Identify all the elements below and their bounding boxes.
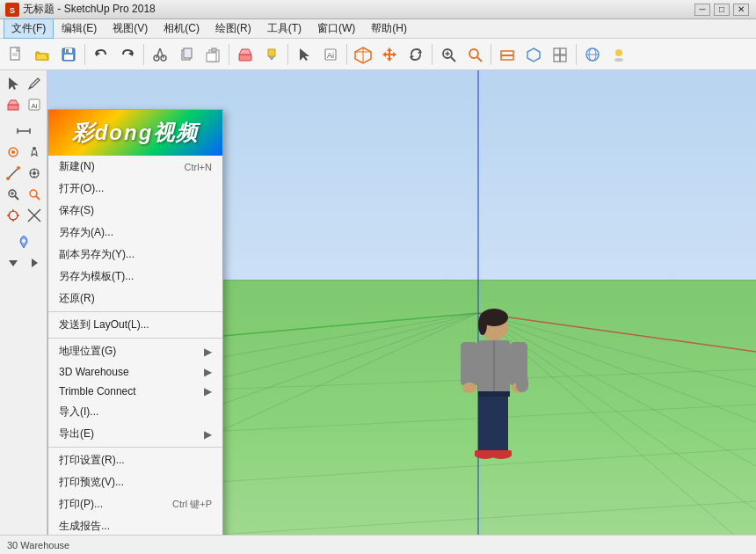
lt-rocket[interactable] bbox=[4, 232, 43, 251]
lt-lookaround[interactable] bbox=[25, 164, 44, 183]
watermark-logo: 彩dong视频 bbox=[72, 119, 200, 147]
menu-save[interactable]: 保存(S) bbox=[48, 200, 222, 222]
svg-rect-108 bbox=[461, 342, 478, 386]
lt-crosshair2[interactable] bbox=[25, 206, 44, 225]
menu-savetemplate[interactable]: 另存为模板(T)... bbox=[48, 266, 222, 288]
lt-arrow-down[interactable] bbox=[4, 253, 23, 273]
lt-pair-3 bbox=[4, 142, 44, 162]
svg-line-37 bbox=[477, 57, 482, 62]
status-bar: 30 Warehouse bbox=[0, 535, 756, 554]
lt-arrow-right[interactable] bbox=[25, 253, 44, 273]
tb-copy[interactable] bbox=[174, 42, 199, 67]
menu-saveas[interactable]: 另存为(A)... bbox=[48, 222, 222, 244]
sep-3 bbox=[48, 447, 222, 448]
menu-view[interactable]: 视图(V) bbox=[105, 18, 156, 39]
lt-crosshair[interactable] bbox=[4, 206, 23, 225]
svg-rect-8 bbox=[64, 55, 73, 60]
menu-bar: 文件(F) 编辑(E) 视图(V) 相机(C) 绘图(R) 工具(T) 窗口(W… bbox=[0, 19, 756, 39]
svg-marker-50 bbox=[9, 77, 18, 90]
lt-tape[interactable] bbox=[4, 121, 43, 141]
tb-cut[interactable] bbox=[148, 42, 172, 67]
menu-import[interactable]: 导入(I)... bbox=[48, 401, 222, 423]
tb-3d[interactable] bbox=[351, 42, 375, 67]
tb-geo[interactable] bbox=[580, 42, 605, 67]
svg-rect-7 bbox=[66, 49, 69, 53]
tb-component[interactable] bbox=[521, 42, 546, 67]
svg-point-36 bbox=[469, 49, 478, 58]
tb-paint[interactable] bbox=[259, 42, 284, 67]
menu-camera[interactable]: 相机(C) bbox=[156, 18, 207, 39]
lt-pair-7 bbox=[4, 253, 44, 273]
menu-window[interactable]: 窗口(W) bbox=[309, 18, 363, 39]
tb-zoomext[interactable] bbox=[462, 42, 487, 67]
menu-report[interactable]: 生成报告... bbox=[48, 515, 222, 535]
menu-help[interactable]: 帮助(H) bbox=[363, 18, 415, 39]
lt-pair-1 bbox=[4, 74, 44, 93]
menu-edit[interactable]: 编辑(E) bbox=[54, 18, 105, 39]
menu-print[interactable]: 打印(P)... Ctrl 键+P bbox=[48, 493, 222, 515]
menu-draw[interactable]: 绘图(R) bbox=[207, 18, 259, 39]
menu-printsetup[interactable]: 打印设置(R)... bbox=[48, 449, 222, 471]
tb-eraser[interactable] bbox=[233, 42, 258, 67]
menu-layout[interactable]: 发送到 LayOut(L)... bbox=[48, 314, 222, 336]
lt-pencil[interactable] bbox=[25, 74, 44, 93]
menu-open[interactable]: 打开(O)... bbox=[48, 178, 222, 200]
menu-file[interactable]: 文件(F) bbox=[4, 18, 54, 39]
menu-3dwarehouse[interactable]: 3D Warehouse ▶ bbox=[48, 362, 222, 382]
tb-sep-5 bbox=[346, 44, 347, 65]
tb-new[interactable] bbox=[4, 42, 28, 67]
maximize-btn[interactable]: □ bbox=[714, 4, 730, 16]
lt-pair-2: Ai bbox=[4, 95, 44, 114]
tb-move[interactable] bbox=[377, 42, 402, 67]
sep-1 bbox=[48, 311, 222, 312]
menu-new[interactable]: 新建(N) Ctrl+N bbox=[48, 156, 222, 178]
lt-ai[interactable]: Ai bbox=[25, 95, 44, 114]
tb-group[interactable] bbox=[548, 42, 572, 67]
lt-orbit[interactable] bbox=[4, 142, 23, 162]
menu-geo[interactable]: 地理位置(G) ▶ bbox=[48, 340, 222, 362]
svg-point-49 bbox=[614, 58, 623, 62]
lt-magnify[interactable] bbox=[4, 185, 23, 204]
svg-text:Ai: Ai bbox=[327, 51, 334, 60]
lt-measure[interactable] bbox=[4, 164, 23, 183]
tb-redo[interactable] bbox=[115, 42, 140, 67]
tb-rotate[interactable] bbox=[403, 42, 428, 67]
svg-marker-9 bbox=[96, 51, 100, 56]
svg-text:S: S bbox=[10, 6, 15, 15]
svg-point-110 bbox=[462, 383, 476, 393]
svg-marker-10 bbox=[128, 51, 133, 56]
tb-undo[interactable] bbox=[89, 42, 113, 67]
tb-sep-2 bbox=[143, 44, 144, 65]
close-btn[interactable]: ✕ bbox=[733, 4, 749, 16]
menu-export[interactable]: 导出(E) ▶ bbox=[48, 423, 222, 445]
svg-marker-54 bbox=[8, 100, 18, 105]
main-area: Ai bbox=[0, 70, 756, 535]
svg-point-75 bbox=[30, 190, 37, 197]
tb-zoom[interactable] bbox=[436, 42, 461, 67]
tb-ai[interactable]: Ai bbox=[318, 42, 343, 67]
title-bar: S 无标题 - SketchUp Pro 2018 ─ □ ✕ bbox=[0, 0, 756, 19]
file-dropdown-menu: 彩dong视频 新建(N) Ctrl+N 打开(O)... 保存(S) 另存为(… bbox=[47, 109, 223, 535]
person-figure bbox=[452, 307, 522, 465]
tb-section[interactable] bbox=[495, 42, 520, 67]
lt-zoomext2[interactable] bbox=[25, 185, 44, 204]
minimize-btn[interactable]: ─ bbox=[694, 4, 710, 16]
lt-walk[interactable] bbox=[25, 142, 44, 162]
tb-sep-1 bbox=[84, 44, 85, 65]
menu-printpreview[interactable]: 打印预览(V)... bbox=[48, 471, 222, 493]
viewport[interactable]: 彩dong视频 新建(N) Ctrl+N 打开(O)... 保存(S) 另存为(… bbox=[47, 70, 756, 535]
menu-tools[interactable]: 工具(T) bbox=[259, 18, 309, 39]
tb-save[interactable] bbox=[56, 42, 81, 67]
menu-revert[interactable]: 还原(R) bbox=[48, 288, 222, 310]
svg-point-64 bbox=[17, 166, 20, 170]
menu-trimble[interactable]: Trimble Connect ▶ bbox=[48, 382, 222, 401]
lt-select[interactable] bbox=[4, 74, 23, 93]
svg-rect-18 bbox=[212, 48, 216, 52]
lt-pair-4 bbox=[4, 164, 44, 183]
tb-paste[interactable] bbox=[200, 42, 225, 67]
tb-shadow[interactable] bbox=[607, 42, 631, 67]
lt-eraser[interactable] bbox=[4, 95, 23, 114]
tb-open[interactable] bbox=[30, 42, 55, 67]
tb-select[interactable] bbox=[292, 42, 316, 67]
menu-savecopy[interactable]: 副本另存为(Y)... bbox=[48, 244, 222, 266]
